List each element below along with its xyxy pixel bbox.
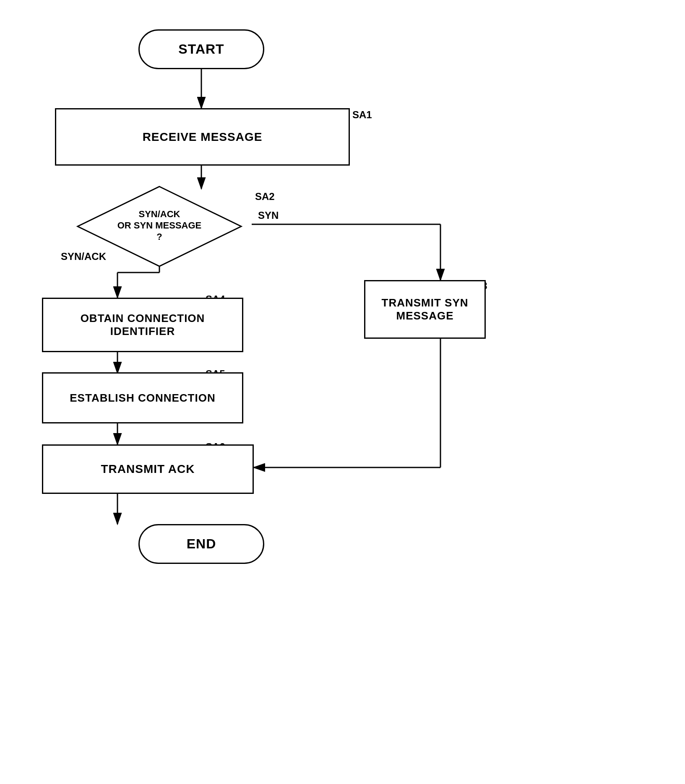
sa1-label: SA1	[352, 109, 372, 121]
start-node: START	[138, 29, 264, 69]
transmit-syn-node: TRANSMIT SYNMESSAGE	[364, 280, 486, 339]
receive-message-label: RECEIVE MESSAGE	[143, 130, 263, 144]
transmit-syn-label: TRANSMIT SYNMESSAGE	[382, 296, 469, 322]
obtain-connection-node: OBTAIN CONNECTIONIDENTIFIER	[42, 298, 243, 352]
start-label: START	[178, 42, 224, 57]
syn-label: SYN	[258, 210, 279, 221]
end-node: END	[138, 524, 264, 564]
end-label: END	[187, 536, 216, 552]
flowchart-diagram: START SA1 RECEIVE MESSAGE SA2 SYN/ACK OR…	[0, 0, 685, 784]
transmit-ack-label: TRANSMIT ACK	[101, 462, 195, 476]
sa2-ref-label: SA2	[255, 191, 275, 202]
establish-connection-label: ESTABLISH CONNECTION	[70, 392, 215, 405]
receive-message-node: RECEIVE MESSAGE	[55, 108, 350, 166]
svg-text:SYN/ACK: SYN/ACK	[138, 209, 180, 219]
svg-text:?: ?	[156, 231, 162, 242]
svg-text:OR SYN MESSAGE: OR SYN MESSAGE	[117, 220, 201, 231]
establish-connection-node: ESTABLISH CONNECTION	[42, 372, 243, 423]
transmit-ack-node: TRANSMIT ACK	[42, 444, 254, 494]
syn-ack-label: SYN/ACK	[61, 251, 106, 262]
obtain-connection-label: OBTAIN CONNECTIONIDENTIFIER	[81, 312, 205, 338]
